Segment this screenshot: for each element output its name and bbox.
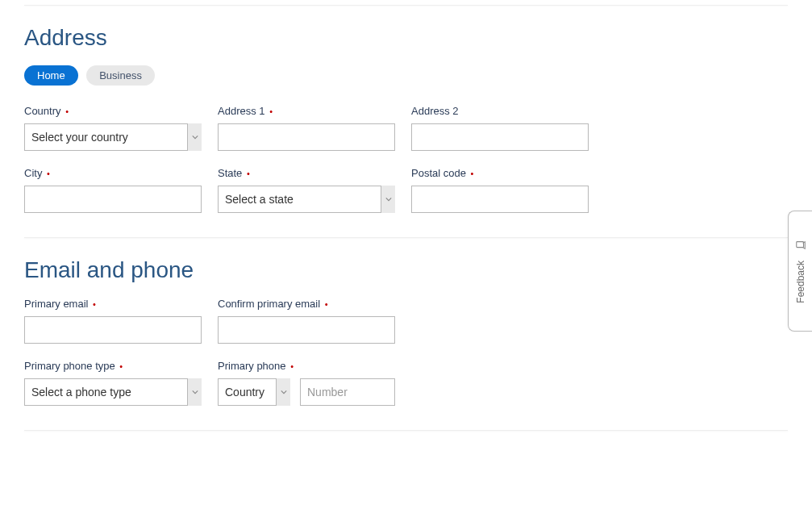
required-dot: •	[247, 169, 250, 178]
confirm-email-group: Confirm primary email •	[218, 298, 395, 344]
top-divider	[24, 5, 788, 6]
primary-phone-group: Primary phone • Country	[218, 360, 395, 406]
primary-email-label: Primary email •	[24, 298, 202, 310]
required-dot: •	[119, 361, 123, 371]
city-group: City •	[24, 167, 202, 213]
postal-group: Postal code •	[411, 167, 589, 213]
postal-label: Postal code •	[411, 167, 589, 179]
required-dot: •	[93, 299, 96, 309]
city-input[interactable]	[24, 186, 202, 213]
country-select[interactable]: Select your country	[24, 123, 202, 151]
confirm-email-input[interactable]	[218, 316, 395, 344]
primary-email-group: Primary email •	[24, 298, 202, 344]
address2-label: Address 2	[411, 105, 589, 117]
phone-number-input[interactable]	[300, 378, 395, 406]
country-group: Country • Select your country	[24, 105, 202, 151]
section-divider	[24, 237, 788, 238]
section-divider-bottom	[24, 430, 788, 431]
address1-label: Address 1 •	[218, 105, 395, 117]
phone-type-select[interactable]: Select a phone type	[24, 378, 202, 406]
svg-rect-0	[796, 241, 803, 247]
address1-group: Address 1 •	[218, 105, 395, 151]
primary-phone-label: Primary phone •	[218, 360, 395, 372]
feedback-tab[interactable]: Feedback	[788, 211, 812, 332]
postal-input[interactable]	[411, 186, 589, 213]
emailphone-section-title: Email and phone	[24, 257, 788, 283]
address2-input[interactable]	[411, 123, 589, 151]
primary-email-input[interactable]	[24, 316, 202, 344]
address2-group: Address 2	[411, 105, 589, 151]
state-group: State • Select a state	[218, 167, 395, 213]
required-dot: •	[47, 169, 50, 178]
required-dot: •	[269, 106, 273, 116]
business-tab[interactable]: Business	[86, 65, 155, 86]
required-dot: •	[290, 361, 294, 371]
required-dot: •	[325, 299, 328, 309]
address-section-title: Address	[24, 25, 788, 51]
required-dot: •	[471, 169, 474, 178]
phone-type-group: Primary phone type • Select a phone type	[24, 360, 202, 406]
country-label: Country •	[24, 105, 202, 117]
state-label: State •	[218, 167, 395, 179]
required-dot: •	[65, 106, 69, 116]
home-tab[interactable]: Home	[24, 65, 78, 86]
phone-country-select[interactable]: Country	[218, 378, 290, 406]
address1-input[interactable]	[218, 123, 395, 151]
state-select[interactable]: Select a state	[218, 186, 395, 213]
feedback-icon	[795, 240, 806, 254]
feedback-label: Feedback	[795, 261, 806, 303]
phone-type-label: Primary phone type •	[24, 360, 202, 372]
address-type-toggle: Home Business	[24, 65, 788, 86]
city-label: City •	[24, 167, 202, 179]
confirm-email-label: Confirm primary email •	[218, 298, 395, 310]
